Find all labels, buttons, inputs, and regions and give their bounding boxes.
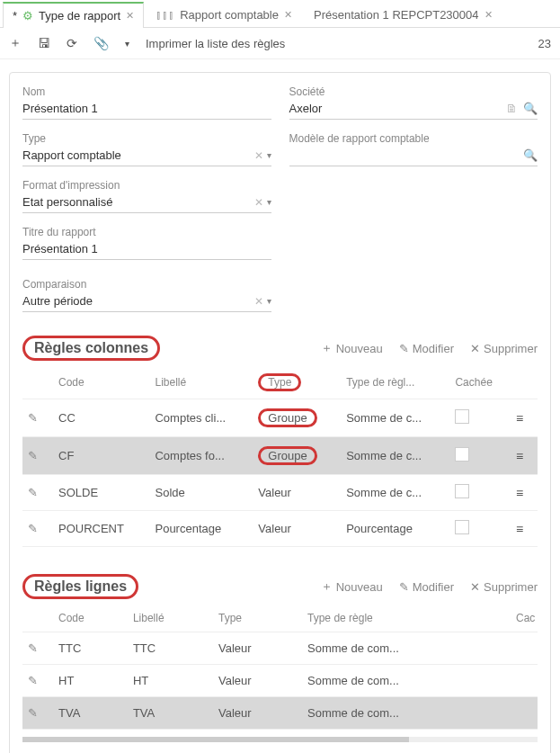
th-type[interactable]: Type [213, 605, 302, 632]
field-label: Format d'impression [22, 179, 271, 192]
th-code[interactable]: Code [53, 605, 128, 632]
section-colonnes-header: Règles colonnes ＋ Nouveau ✎ Modifier ✕ S… [22, 336, 538, 361]
clear-icon[interactable]: ✕ [254, 196, 263, 209]
clear-icon[interactable]: ✕ [254, 149, 263, 162]
tab-label: Type de rapport [39, 9, 120, 22]
field-value: Présentation 1 [22, 242, 271, 255]
tab-label: Présentation 1 REPCPT230004 [314, 8, 479, 22]
document-icon[interactable]: 🗎 [506, 102, 518, 115]
field-value: Présentation 1 [22, 102, 271, 115]
modifier-button[interactable]: ✎ Modifier [399, 340, 454, 356]
tab-rapport-comptable[interactable]: ⫿⫿⫿ Rapport comptable ✕ [146, 2, 302, 27]
cachee-checkbox[interactable] [455, 447, 469, 462]
edit-icon[interactable]: ✎ [28, 674, 38, 687]
table-row[interactable]: ✎POURCENTPourcentageValeurPourcentage≡ [22, 511, 538, 547]
table-row[interactable]: ✎SOLDESoldeValeurSomme de c...≡ [22, 475, 538, 511]
field-format: Format d'impression Etat personnalisé ✕ … [22, 179, 271, 213]
field-comparaison: Comparaison Autre période ✕ ▾ [22, 278, 271, 312]
th-libelle[interactable]: Libellé [128, 605, 213, 632]
refresh-button[interactable]: ⟳ [67, 36, 77, 50]
print-rules-label[interactable]: Imprimer la liste des règles [146, 37, 285, 50]
chevron-down-icon[interactable]: ▾ [267, 197, 271, 207]
edit-icon[interactable]: ✎ [28, 449, 38, 462]
nouveau-button[interactable]: ＋ Nouveau [321, 340, 383, 356]
cell-code: TTC [53, 632, 128, 665]
search-icon[interactable]: 🔍 [523, 148, 538, 162]
cell-type: Valeur [213, 665, 302, 697]
field-titre: Titre du rapport Présentation 1 [22, 226, 271, 260]
table-row[interactable]: ✎TTCTTCValeurSomme de com... [22, 632, 538, 665]
horizontal-scrollbar[interactable] [22, 737, 538, 742]
chevron-down-icon[interactable]: ▾ [267, 150, 271, 160]
cell-code: POURCENT [53, 511, 149, 547]
search-icon[interactable]: 🔍 [523, 102, 538, 115]
th-code[interactable]: Code [53, 366, 149, 399]
colonnes-table: Code Libellé Type Type de règl... Cachée… [22, 366, 538, 547]
comparaison-select[interactable]: Autre période ✕ ▾ [22, 292, 271, 312]
field-value: Rapport comptable [22, 148, 251, 162]
close-icon[interactable]: ✕ [126, 10, 134, 22]
cell-libelle: Solde [149, 475, 253, 511]
cell-type: Valeur [253, 511, 341, 547]
cachee-checkbox[interactable] [455, 409, 469, 424]
th-cachee[interactable]: Cac [511, 605, 538, 632]
field-type: Type Rapport comptable ✕ ▾ [22, 132, 271, 166]
add-button[interactable]: ＋ [9, 35, 22, 51]
edit-icon[interactable]: ✎ [28, 486, 38, 499]
nom-input[interactable]: Présentation 1 [22, 100, 271, 120]
lignes-table: Code Libellé Type Type de règle Cac ✎TTC… [22, 605, 538, 730]
drag-handle-icon[interactable]: ≡ [516, 411, 523, 426]
titre-input[interactable]: Présentation 1 [22, 240, 271, 260]
drag-handle-icon[interactable]: ≡ [516, 486, 523, 500]
societe-input[interactable]: Axelor 🗎 🔍 [289, 100, 538, 120]
field-label: Nom [22, 85, 271, 98]
form-panel: Nom Présentation 1 Société Axelor 🗎 🔍 Ty… [9, 72, 551, 753]
th-type[interactable]: Type [253, 366, 341, 399]
modifier-button[interactable]: ✎ Modifier [399, 578, 454, 595]
th-type-regle[interactable]: Type de règle [302, 605, 511, 632]
close-icon[interactable]: ✕ [484, 9, 493, 21]
save-button[interactable]: 🖫 [38, 36, 50, 50]
cell-code: CC [53, 399, 149, 437]
drag-handle-icon[interactable]: ≡ [516, 449, 523, 463]
cell-type: Valeur [213, 632, 302, 665]
cell-libelle: TVA [128, 697, 213, 730]
type-select[interactable]: Rapport comptable ✕ ▾ [22, 147, 271, 166]
field-societe: Société Axelor 🗎 🔍 [289, 85, 538, 120]
record-counter: 23 [538, 37, 551, 50]
field-value: Etat personnalisé [22, 195, 251, 209]
table-row[interactable]: ✎CCComptes cli...GroupeSomme de c...≡ [22, 399, 538, 437]
edit-icon[interactable]: ✎ [28, 522, 38, 535]
dropdown-caret-icon[interactable]: ▾ [125, 39, 129, 49]
cell-type-regle: Somme de c... [341, 399, 449, 437]
cachee-checkbox[interactable] [455, 484, 469, 498]
cell-libelle: Pourcentage [149, 511, 253, 547]
attach-button[interactable]: 📎 [93, 36, 109, 50]
th-type-regle[interactable]: Type de règl... [341, 366, 449, 399]
drag-handle-icon[interactable]: ≡ [516, 522, 523, 536]
edit-icon[interactable]: ✎ [28, 641, 38, 655]
close-icon[interactable]: ✕ [284, 9, 292, 21]
format-select[interactable]: Etat personnalisé ✕ ▾ [22, 193, 271, 213]
cell-type-regle: Somme de c... [341, 437, 449, 475]
table-row[interactable]: ✎CFComptes fo...GroupeSomme de c...≡ [22, 437, 538, 475]
field-label: Type [22, 132, 271, 145]
th-cachee[interactable]: Cachée [449, 366, 511, 399]
modele-input[interactable]: 🔍 [289, 147, 538, 166]
cell-type-regle: Somme de c... [341, 475, 449, 511]
cell-type-regle: Somme de com... [302, 697, 511, 730]
supprimer-button[interactable]: ✕ Supprimer [470, 340, 538, 356]
tab-presentation[interactable]: Présentation 1 REPCPT230004 ✕ [304, 2, 502, 27]
edit-icon[interactable]: ✎ [28, 706, 38, 720]
nouveau-button[interactable]: ＋ Nouveau [321, 578, 383, 595]
edit-icon[interactable]: ✎ [28, 411, 38, 425]
tab-type-de-rapport[interactable]: * ⚙ Type de rapport ✕ [3, 2, 144, 28]
table-row[interactable]: ✎HTHTValeurSomme de com... [22, 665, 538, 697]
th-libelle[interactable]: Libellé [149, 366, 253, 399]
chevron-down-icon[interactable]: ▾ [267, 296, 271, 306]
table-row[interactable]: ✎TVATVAValeurSomme de com... [22, 697, 538, 730]
clear-icon[interactable]: ✕ [254, 295, 263, 308]
cachee-checkbox[interactable] [455, 520, 469, 534]
supprimer-button[interactable]: ✕ Supprimer [470, 578, 538, 595]
cell-code: SOLDE [53, 475, 149, 511]
